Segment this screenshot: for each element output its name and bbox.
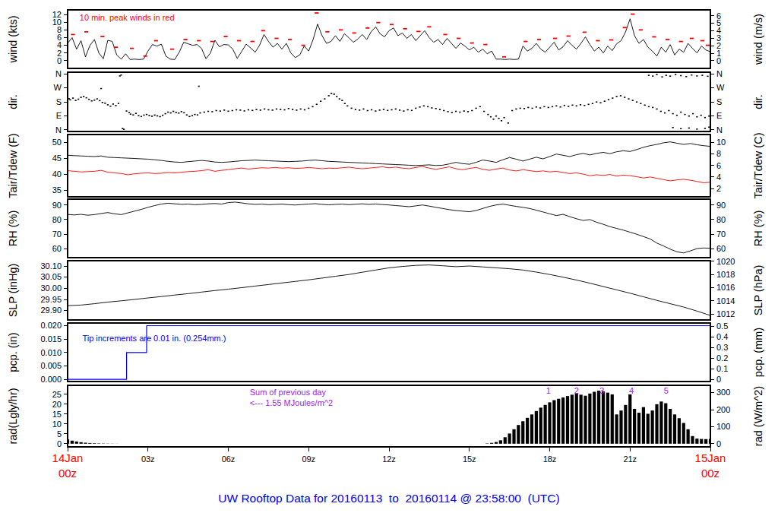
- tick-label-left: 40: [52, 169, 62, 179]
- tick-label-right: 90: [716, 201, 726, 210]
- tick-label-right: 1018: [716, 270, 735, 279]
- series-wind-direction: [68, 74, 710, 130]
- panel-border: [68, 261, 710, 320]
- generated-chart-layers: 024681012wind (kts)0123456wind (m/s)10 m…: [7, 10, 764, 464]
- tick-label-left: S: [56, 97, 62, 106]
- tick-label-right: N: [716, 125, 723, 135]
- panel-dir: NESWNdir.NESWNdir.: [7, 69, 764, 135]
- annotation-precipitation: Tip increments are 0.01 in. (0.254mm.): [82, 334, 226, 343]
- series-dew-point: [68, 166, 710, 182]
- figure-title: UW Rooftop Data for 20160113 to 20160114…: [218, 492, 559, 505]
- series-air-temperature: [68, 142, 710, 166]
- axis-label-left-sea-level-pressure: SLP (inHg): [7, 264, 19, 318]
- tick-label-right: 100: [716, 422, 730, 431]
- axis-label-right-solar-radiation: rad (W/m^2): [752, 386, 764, 446]
- tick-label-left: 0.010: [40, 348, 62, 357]
- tick-label-left: 5: [57, 429, 62, 439]
- uw-rooftop-weather-plot: 024681012wind (kts)0123456wind (m/s)10 m…: [0, 0, 778, 532]
- x-tick-label: 09z: [302, 454, 315, 464]
- annotation-solar-radiation: 4: [629, 386, 634, 395]
- axis-label-left-dir: dir.: [7, 94, 19, 109]
- tick-label-left: 60: [52, 244, 62, 253]
- tick-label-left: 0: [57, 439, 62, 448]
- tick-label-right: 80: [716, 215, 726, 224]
- tick-label-left: 30.05: [40, 272, 62, 281]
- axis-label-left-precipitation: pcp. (in): [7, 332, 19, 372]
- tick-label-right: 300: [716, 388, 730, 397]
- tick-label-left: 15: [52, 410, 62, 419]
- axis-label-right-precipitation: pcp. (mm): [752, 328, 764, 377]
- tick-label-right: 200: [716, 405, 730, 414]
- axis-label-right-dir: dir.: [752, 94, 764, 109]
- annotation-solar-radiation: <--- 1.55 MJoules/m^2: [250, 398, 333, 407]
- tick-label-left: 90: [52, 201, 62, 210]
- tick-label-left: 0.005: [40, 361, 62, 370]
- panel-solar-radiation: 0510152025rad(Lgly/hr)0100200300rad (W/m…: [7, 385, 764, 448]
- x-axis-start-hour: 00z: [59, 467, 77, 480]
- tick-label-left: 25: [52, 390, 62, 399]
- tick-label-right: 0: [716, 439, 721, 448]
- tick-label-left: 0.015: [40, 334, 62, 344]
- chart-canvas: 024681012wind (kts)0123456wind (m/s)10 m…: [0, 0, 778, 532]
- tick-label-right: 60: [716, 244, 726, 253]
- x-tick-label: 12z: [382, 454, 396, 464]
- x-tick-label: 03z: [141, 454, 155, 464]
- x-axis-start-date: 14Jan: [52, 451, 84, 464]
- tick-label-left: E: [56, 111, 62, 120]
- tick-label-left: N: [55, 125, 62, 135]
- panel-wind: 024681012wind (kts)0123456wind (m/s)10 m…: [7, 10, 764, 68]
- tick-label-right: N: [716, 69, 723, 78]
- panel-border: [68, 385, 710, 447]
- axis-label-left-temperature: Tair/Tdew (F): [7, 133, 19, 198]
- annotation-wind: 10 min. peak winds in red: [80, 13, 175, 22]
- tick-label-left: 70: [52, 230, 62, 239]
- axis-label-right-wind: wind (m/s): [752, 14, 764, 65]
- panel-sea-level-pressure: 29.9029.9530.0030.0530.10SLP (inHg)10121…: [7, 257, 764, 320]
- tick-label-left: 35: [52, 185, 62, 195]
- tick-label-left: 29.95: [40, 295, 62, 304]
- tick-label-left: 10: [52, 420, 62, 429]
- x-tick-label: 18z: [543, 454, 557, 464]
- tick-label-right: 6: [716, 11, 721, 21]
- tick-label-right: S: [716, 97, 722, 106]
- series-relative-humidity: [68, 202, 710, 253]
- panel-border: [68, 135, 710, 197]
- x-tick-label: 21z: [623, 454, 637, 464]
- tick-label-left: 20: [52, 400, 62, 409]
- annotation-solar-radiation: 3: [599, 386, 604, 395]
- panel-border: [68, 323, 710, 382]
- tick-label-left: 80: [52, 215, 62, 224]
- panel-border: [68, 72, 710, 131]
- annotation-solar-radiation: Sum of previous day: [250, 388, 327, 397]
- tick-label-left: 30.00: [40, 283, 62, 293]
- tick-label-left: 30.10: [40, 261, 62, 271]
- panel-precipitation: 0.0000.0050.0100.0150.020pcp. (in)00.10.…: [7, 321, 764, 384]
- tick-label-right: 4: [716, 173, 721, 182]
- axis-label-left-solar-radiation: rad(Lgly/hr): [7, 388, 19, 444]
- series-solar-radiation: [68, 391, 710, 444]
- tick-label-right: 70: [716, 230, 726, 239]
- tick-label-left: 50: [52, 138, 62, 147]
- tick-label-right: 0.1: [716, 364, 728, 373]
- x-axis-end-hour: 00z: [701, 467, 719, 480]
- tick-label-right: 1016: [716, 283, 735, 292]
- tick-label-right: 0.2: [716, 353, 728, 363]
- tick-label-left: 12: [52, 10, 62, 19]
- x-tick-label: 15z: [463, 454, 476, 464]
- series-sea-level-pressure: [68, 265, 710, 316]
- tick-label-left: 0.000: [40, 375, 62, 384]
- tick-label-right: 1012: [716, 309, 735, 318]
- tick-label-left: 0.020: [40, 321, 62, 330]
- tick-label-right: 1020: [716, 257, 735, 266]
- annotation-solar-radiation: 2: [574, 386, 579, 395]
- tick-label-right: 2: [716, 184, 721, 193]
- panel-relative-humidity: 60708090RH (%)60708090RH (%): [7, 199, 764, 258]
- annotation-solar-radiation: 5: [664, 386, 669, 395]
- tick-label-right: 0: [716, 375, 721, 384]
- tick-label-right: 10: [716, 138, 726, 147]
- axis-label-left-wind: wind (kts): [7, 15, 19, 63]
- panel-temperature: 35404550Tair/Tdew (F)246810Tair/Tdew (C): [7, 132, 764, 198]
- axis-label-right-temperature: Tair/Tdew (C): [752, 132, 764, 198]
- tick-label-right: 0.5: [716, 321, 728, 331]
- tick-label-right: 6: [716, 161, 721, 170]
